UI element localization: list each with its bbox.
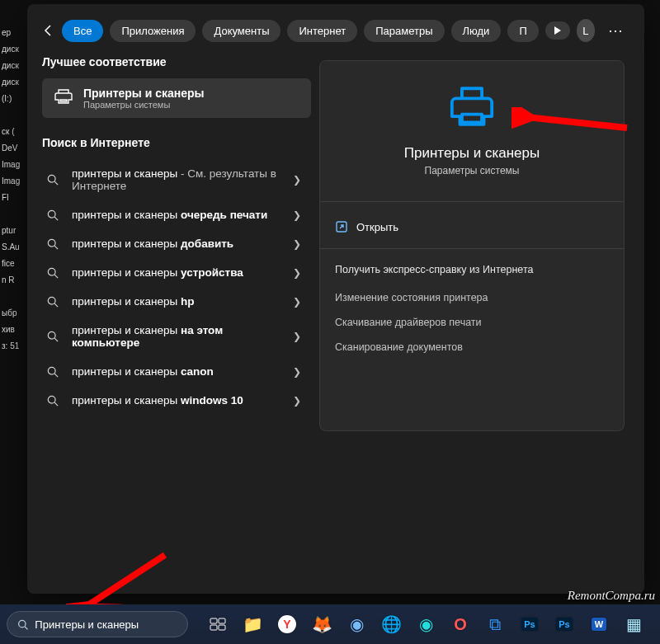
help-link[interactable]: Сканирование документов <box>332 335 612 360</box>
desktop-label: диск <box>0 41 26 58</box>
desktop-label <box>0 206 26 223</box>
ellipsis-icon: ⋯ <box>608 22 623 39</box>
desktop-label: fice <box>0 256 26 272</box>
svg-point-12 <box>48 367 55 374</box>
web-result-item[interactable]: принтеры и сканеры очередь печати ❯ <box>42 200 311 229</box>
yandex-icon[interactable]: Y <box>271 608 304 641</box>
chrome-icon[interactable]: 🌐 <box>375 608 408 641</box>
web-result-item[interactable]: принтеры и сканеры на этом компьютере ❯ <box>42 316 311 357</box>
taskbar-search-input[interactable] <box>35 618 177 631</box>
preview-column: Принтеры и сканеры Параметры системы Отк… <box>316 50 644 590</box>
svg-point-19 <box>19 620 26 627</box>
result-text: принтеры и сканеры добавить <box>72 237 233 250</box>
search-header: Все Приложения Документы Интернет Параме… <box>27 4 644 50</box>
result-text: принтеры и сканеры canon <box>72 365 214 378</box>
photoshop-beta-icon[interactable]: Ps <box>548 608 581 641</box>
chevron-right-icon: ❯ <box>293 174 308 186</box>
svg-line-5 <box>54 246 58 249</box>
web-result-item[interactable]: принтеры и сканеры добавить ❯ <box>42 229 311 258</box>
svg-rect-23 <box>210 625 217 630</box>
help-header: Получить экспресс-справку из Интернета <box>332 261 612 285</box>
result-text: принтеры и сканеры устройства <box>72 266 243 279</box>
user-avatar[interactable]: L <box>577 19 595 42</box>
filter-docs[interactable]: Документы <box>202 20 280 42</box>
web-result-item[interactable]: принтеры и сканеры windows 10 ❯ <box>42 386 311 415</box>
filter-all[interactable]: Все <box>62 20 103 42</box>
desktop-label <box>0 289 26 305</box>
desktop-label: хив <box>0 322 26 338</box>
svg-line-15 <box>54 402 58 406</box>
chevron-right-icon: ❯ <box>293 395 308 407</box>
search-icon <box>45 331 60 342</box>
svg-point-0 <box>48 175 55 182</box>
vscode-icon[interactable]: ⧉ <box>478 608 512 641</box>
back-button[interactable] <box>42 22 55 39</box>
desktop-label: диск <box>0 74 26 91</box>
firefox-icon[interactable]: 🦊 <box>305 608 338 641</box>
web-result-item[interactable]: принтеры и сканеры - См. результаты в Ин… <box>42 159 311 200</box>
task-view-icon[interactable] <box>201 608 234 641</box>
help-link[interactable]: Скачивание драйверов печати <box>332 310 612 335</box>
photoshop-icon[interactable]: Ps <box>513 608 546 641</box>
filter-next[interactable] <box>545 21 570 40</box>
best-match-header: Лучшее соответствие <box>42 55 316 68</box>
web-result-item[interactable]: принтеры и сканеры устройства ❯ <box>42 258 311 287</box>
filter-apps[interactable]: Приложения <box>110 20 196 42</box>
web-result-item[interactable]: принтеры и сканеры hp ❯ <box>42 287 311 316</box>
best-match-item[interactable]: Принтеры и сканеры Параметры системы <box>42 78 311 118</box>
chevron-right-icon: ❯ <box>293 296 308 308</box>
search-icon <box>45 174 60 186</box>
watermark: RemontCompa.ru <box>568 589 655 603</box>
desktop-label: з: 51 <box>0 338 26 355</box>
svg-line-20 <box>25 627 27 629</box>
result-text: принтеры и сканеры hp <box>72 295 195 308</box>
svg-point-2 <box>48 210 55 218</box>
svg-rect-24 <box>219 625 225 630</box>
result-text: принтеры и сканеры очередь печати <box>72 209 267 221</box>
word-icon[interactable]: W <box>582 608 615 641</box>
desktop-label: ер <box>0 25 26 41</box>
filter-people[interactable]: Люди <box>451 20 502 42</box>
filter-more-cut[interactable]: П <box>507 20 538 42</box>
taskbar: 📁 Y 🦊 ◉ 🌐 ◉ O ⧉ Ps Ps W ▦ <box>0 604 660 644</box>
desktop-label: FI <box>0 190 26 206</box>
open-icon <box>335 220 348 233</box>
svg-point-10 <box>48 331 55 339</box>
preview-card: Принтеры и сканеры Параметры системы Отк… <box>319 60 625 431</box>
app-pinned-icon[interactable]: ▦ <box>617 608 650 641</box>
svg-point-4 <box>48 239 55 247</box>
divider <box>320 248 624 249</box>
desktop-label <box>0 107 26 124</box>
result-text: принтеры и сканеры - См. результаты в Ин… <box>72 167 281 192</box>
printer-large-icon <box>332 82 612 130</box>
web-search-header: Поиск в Интернете <box>42 136 316 149</box>
chrome-alt-icon[interactable]: ◉ <box>340 608 373 641</box>
divider <box>320 201 624 202</box>
desktop-label: ыбр <box>0 305 26 322</box>
svg-rect-21 <box>210 618 217 623</box>
filter-web[interactable]: Интернет <box>287 20 357 42</box>
results-column: Лучшее соответствие Принтеры и сканеры П… <box>27 50 316 590</box>
printer-icon <box>54 87 73 110</box>
desktop-label: ptur <box>0 223 26 239</box>
best-match-subtitle: Параметры системы <box>83 100 205 110</box>
open-action[interactable]: Открыть <box>332 214 612 248</box>
filter-settings[interactable]: Параметры <box>364 20 444 42</box>
svg-line-7 <box>54 275 58 278</box>
chevron-right-icon: ❯ <box>293 209 308 221</box>
opera-icon[interactable]: O <box>444 608 477 641</box>
desktop-label: Imag <box>0 157 26 173</box>
svg-point-14 <box>48 396 55 403</box>
help-link[interactable]: Изменение состояния принтера <box>332 285 612 310</box>
arrow-left-icon <box>42 24 55 37</box>
more-options-button[interactable]: ⋯ <box>601 21 629 40</box>
taskbar-search[interactable] <box>7 611 188 637</box>
web-result-item[interactable]: принтеры и сканеры canon ❯ <box>42 357 311 386</box>
edge-icon[interactable]: ◉ <box>409 608 442 641</box>
search-icon <box>45 366 60 378</box>
desktop-label: диск <box>0 58 26 74</box>
desktop-labels: ердискдискдиск(I:)ск (DeVImagImagFIpturS… <box>0 25 26 355</box>
search-icon <box>45 395 60 407</box>
explorer-icon[interactable]: 📁 <box>236 608 269 641</box>
result-text: принтеры и сканеры на этом компьютере <box>72 324 281 349</box>
